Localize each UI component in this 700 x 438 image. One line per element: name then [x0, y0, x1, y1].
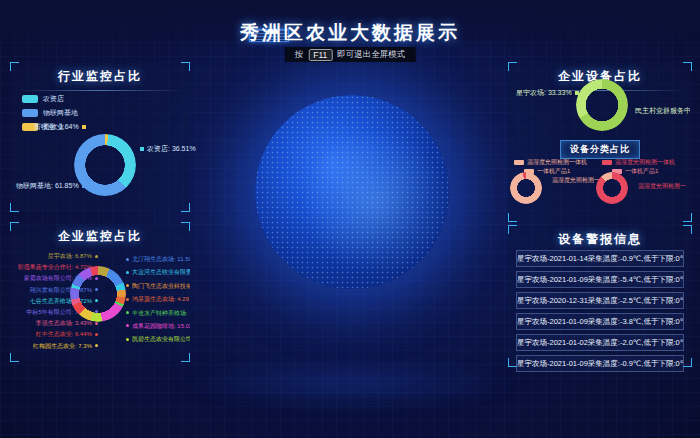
callout-marker [140, 147, 144, 151]
callout-livestock: 畜牧业: 1.64% [34, 122, 86, 132]
hint-prefix: 按 [295, 49, 304, 61]
callout-label: 温湿度光照检测一 [638, 182, 686, 191]
device-class-chart-right: 温湿度光照检测一体机 一体机产品1 温湿度光照检测一 [596, 156, 692, 220]
legend-label: 一体机产品1 [625, 167, 658, 176]
alarm-row: 星宇农场-2020-12-31采集温度:-2.5℃,低于下限:0℃ [516, 292, 684, 309]
enterprise-label: 陶门飞生态农业科技有限公 [126, 282, 190, 290]
panel-industry-monitoring: 行业监控占比 农资店 物联网基地 畜牧业 畜牧业: 1.64% 农资店: 36.… [10, 62, 190, 212]
device-class-donut-right[interactable] [596, 172, 628, 204]
alarm-row: 星宇农场-2021-01-14采集温度:-0.9℃,低于下限:0℃ [516, 250, 684, 267]
fullscreen-hint: 按 F11 即可退出全屏模式 [285, 47, 416, 62]
alarm-row: 星宇农场-2021-01-09采集温度:-3.8℃,低于下限:0℃ [516, 313, 684, 330]
panel-right-top-group: 企业设备占比 星宇农场: 33.33% 民主村党群服务中心: 设备分类占比 温湿… [508, 62, 692, 222]
panel-enterprise-monitoring: 企业监控占比 星宇农场: 6.87% 彩霞果蔬专业合作社: 4.72% 家庭农场… [10, 222, 190, 362]
section-equipment-ratio: 企业设备占比 星宇农场: 33.33% 民主村党群服务中心: [508, 62, 692, 136]
label-dot [95, 333, 98, 336]
callout-farm-store: 农资店: 36.51% [140, 144, 196, 154]
legend-swatch [22, 95, 38, 103]
alarm-panel-title: 设备警报信息 [508, 225, 692, 248]
callout-iot-base: 物联网基地: 61.85% [16, 181, 86, 191]
label-dot [126, 298, 129, 301]
enterprise-label: 鸿基源生态农场: 4.29 [126, 295, 189, 303]
label-dot [126, 311, 129, 314]
alarm-row: 星宇农场-2021-01-09采集温度:-5.4℃,低于下限:0℃ [516, 271, 684, 288]
enterprise-label: 凯碧生态农业有限公司: 6.87% [126, 335, 190, 343]
callout-marker [82, 184, 86, 188]
legend-label: 物联网基地 [43, 108, 78, 118]
legend-swatch [514, 160, 524, 165]
alarm-row: 星宇农场-2021-01-02采集温度:-2.0℃,低于下限:0℃ [516, 334, 684, 351]
enterprise-label: 大运河生态牧业有限责任公 [126, 268, 190, 276]
callout-xingyu-farm: 星宇农场: 33.33% [516, 88, 579, 98]
device-class-chart-left: 温湿度光照检测一体机 一体机产品1 温湿度光照检测一 [508, 156, 600, 220]
callout-label: 温湿度光照检测一 [552, 176, 600, 185]
alarm-row: 星宇农场-2021-01-09采集温度:-0.9℃,低于下限:0℃ [516, 355, 684, 372]
enterprise-label: 红丰生态农业: 6.44% [36, 330, 98, 338]
device-class-donut-left[interactable] [510, 172, 542, 204]
label-dot [126, 258, 129, 261]
callout-marker [82, 125, 86, 129]
legend-swatch [22, 109, 38, 117]
legend-item[interactable]: 温湿度光照检测一体机 [602, 158, 675, 167]
enterprise-donut-chart[interactable] [70, 266, 126, 322]
legend-label: 农资店 [43, 94, 64, 104]
f11-key-badge: F11 [308, 49, 332, 61]
legend-item[interactable]: 农资店 [22, 94, 78, 104]
section-device-classification: 设备分类占比 温湿度光照检测一体机 一体机产品1 温湿度光照检测一 温湿度光照检… [508, 138, 692, 222]
enterprise-panel-title: 企业监控占比 [10, 222, 190, 245]
label-dot [126, 338, 129, 341]
enterprise-label: 北汀翔生态农场: 11.50% [126, 255, 190, 263]
legend-label: 一体机产品1 [537, 167, 570, 176]
floor-glow [180, 356, 520, 410]
label-dot [126, 284, 129, 287]
panel-device-alarms: 设备警报信息 星宇农场-2021-01-14采集温度:-0.9℃,低于下限:0℃… [508, 225, 692, 367]
legend-item[interactable]: 温湿度光照检测一体机 [514, 158, 587, 167]
legend-label: 温湿度光照检测一体机 [527, 158, 587, 167]
enterprise-labels-right: 北汀翔生态农场: 11.50% 大运河生态牧业有限责任公 陶门飞生态农业科技有限… [126, 255, 190, 343]
enterprise-label: 星宇农场: 6.87% [48, 252, 98, 260]
label-dot [95, 255, 98, 258]
callout-marker [575, 91, 579, 95]
hint-suffix: 即可退出全屏模式 [337, 49, 405, 61]
industry-panel-title: 行业监控占比 [10, 62, 190, 85]
page-title: 秀洲区农业大数据展示 [0, 20, 700, 46]
alarm-list: 星宇农场-2021-01-14采集温度:-0.9℃,低于下限:0℃ 星宇农场-2… [516, 250, 684, 376]
globe-visualization [255, 95, 449, 289]
label-dot [126, 271, 129, 274]
legend-item[interactable]: 物联网基地 [22, 108, 78, 118]
label-dot [126, 324, 129, 327]
callout-service-center: 民主村党群服务中心: [632, 106, 690, 116]
enterprise-label: 丰道水产特种养殖场: 1. [126, 309, 190, 317]
legend-swatch [602, 160, 612, 165]
header: 秀洲区农业大数据展示 [0, 0, 700, 46]
enterprise-label: 成果花园咖啡地: 15.02% [126, 322, 190, 330]
enterprise-label: 红梅园生态农业: 7.3% [33, 342, 98, 350]
label-dot [95, 344, 98, 347]
label-dot [95, 322, 98, 325]
divider [16, 90, 184, 91]
legend-label: 温湿度光照检测一体机 [615, 158, 675, 167]
equipment-donut-chart[interactable] [576, 79, 628, 131]
